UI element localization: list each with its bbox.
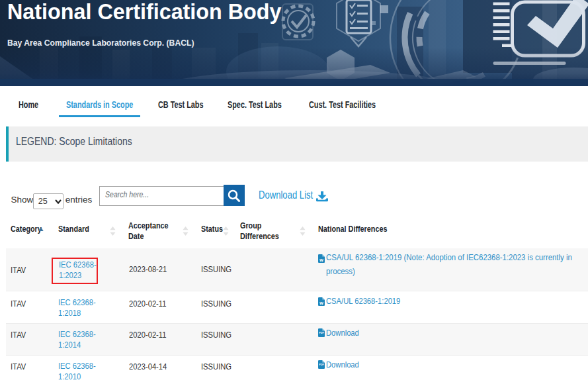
svg-text:w: w <box>319 257 323 262</box>
svg-text:PDF: PDF <box>319 364 324 367</box>
svg-text:PDF: PDF <box>319 332 324 335</box>
svg-text:w: w <box>319 300 323 305</box>
